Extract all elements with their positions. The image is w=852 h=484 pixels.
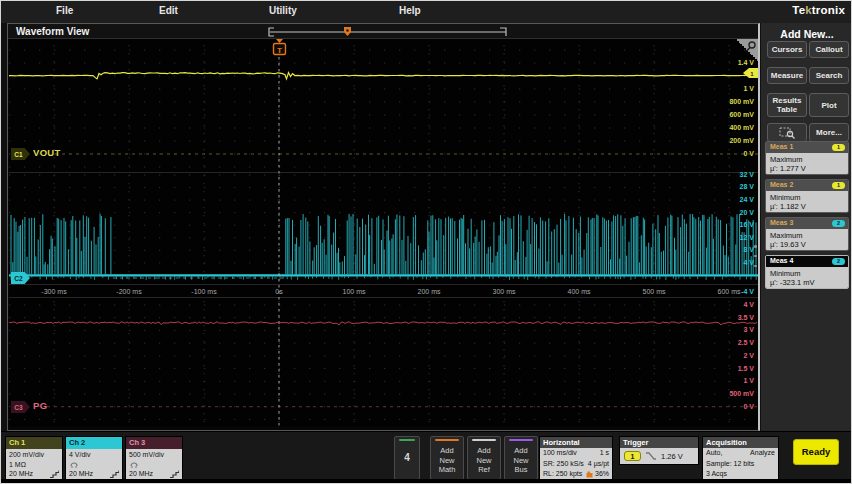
trigger-slope-falling-icon bbox=[645, 451, 657, 461]
channel-badge-row bbox=[129, 460, 180, 470]
zoom-pan-slider[interactable] bbox=[260, 26, 520, 38]
time-axis-label: 400 ms bbox=[559, 288, 599, 295]
c1-trace-handle[interactable]: 1 bbox=[743, 67, 758, 79]
trigger-title: Trigger bbox=[620, 437, 698, 448]
time-axis-label: 100 ms bbox=[334, 288, 374, 295]
meas-line2: µ': 1.182 V bbox=[770, 202, 848, 211]
more-button[interactable]: More... bbox=[809, 123, 849, 142]
time-axis-label: 0s bbox=[259, 288, 299, 295]
meas-line2: µ': 19.63 V bbox=[770, 240, 848, 249]
c3-scale-label: 3 V bbox=[743, 326, 754, 334]
c1-scale-label: 1 V bbox=[743, 85, 754, 93]
channel-badge-row bbox=[69, 460, 120, 470]
time-axis-label: -100 ms bbox=[184, 288, 224, 295]
c3-scale-label: 1 V bbox=[743, 377, 754, 385]
acquisition-panel[interactable]: Acquisition Auto, Analyze Sample: 12 bit… bbox=[702, 436, 779, 481]
menu-item-edit[interactable]: Edit bbox=[159, 5, 178, 16]
meas-source-badge: 2 bbox=[832, 220, 845, 227]
time-axis-label: 500 ms bbox=[634, 288, 674, 295]
trigger-position-marker[interactable]: T bbox=[272, 39, 287, 57]
c3-scale-label: 2 V bbox=[743, 352, 754, 360]
trigger-panel[interactable]: Trigger 1 1.26 V bbox=[619, 436, 699, 465]
c1-scale-label: 0 V bbox=[743, 150, 754, 158]
horizontal-cell: SR: 250 kS/s bbox=[543, 459, 584, 470]
add-button-label: AddNewBus bbox=[505, 446, 537, 475]
horizontal-title: Horizontal bbox=[540, 437, 612, 448]
zoom-select-button[interactable] bbox=[767, 123, 807, 142]
menu-item-file[interactable]: File bbox=[56, 5, 73, 16]
meas-card-body: Maximumµ': 1.277 V bbox=[766, 153, 848, 175]
c2-scale-label: 28 V bbox=[740, 183, 754, 191]
meas-source-badge: 1 bbox=[832, 144, 845, 151]
plot-area: 1.4 V1 V800 mV600 mV400 mV200 mV0 V32 V2… bbox=[9, 39, 758, 427]
horizontal-panel[interactable]: Horizontal 100 ms/div1 sSR: 250 kS/s4 µs… bbox=[539, 436, 613, 481]
channel-badge-row: 4 V/div bbox=[69, 450, 120, 460]
meas-source-badge: 2 bbox=[832, 258, 845, 265]
meas-card-2[interactable]: Meas 21Minimumµ': 1.182 V bbox=[765, 179, 849, 213]
channel-badge-row: 20 MHz bbox=[129, 469, 180, 479]
c2-scale-label: 32 V bbox=[740, 171, 754, 179]
compress-ratio-icon bbox=[586, 471, 593, 478]
search-button[interactable]: Search bbox=[809, 67, 849, 84]
magnifier-icon bbox=[744, 40, 757, 53]
acq-analyze: Analyze bbox=[750, 448, 775, 459]
horizontal-row: RL: 250 kpts36% bbox=[540, 469, 612, 480]
menu-item-help[interactable]: Help bbox=[399, 5, 421, 16]
time-axis-label: 200 ms bbox=[409, 288, 449, 295]
meas-source-badge: 1 bbox=[832, 182, 845, 189]
add-new-ref-button[interactable]: AddNewRef bbox=[467, 436, 501, 480]
meas-line2: µ': 1.277 V bbox=[770, 164, 848, 173]
accent-line bbox=[472, 439, 496, 441]
plot-button[interactable]: Plot bbox=[809, 93, 849, 117]
c1-scale-label: 200 mV bbox=[729, 137, 754, 145]
meas-card-1[interactable]: Meas 11Maximumµ': 1.277 V bbox=[765, 141, 849, 175]
c3-scale-label: 3.5 V bbox=[738, 314, 754, 322]
time-axis-label: 300 ms bbox=[484, 288, 524, 295]
c1-scale-label: 400 mV bbox=[729, 124, 754, 132]
c3-scale-label: 1.5 V bbox=[738, 365, 754, 373]
horizontal-row: 100 ms/div1 s bbox=[540, 448, 612, 459]
channel-badge-header: Ch 2 bbox=[66, 437, 122, 449]
c1-label: VOUT bbox=[33, 147, 61, 158]
c1-scale-label: 600 mV bbox=[729, 111, 754, 119]
meas-card-header: Meas 11 bbox=[766, 142, 848, 153]
channel-badge-ch2[interactable]: Ch 24 V/div20 MHz bbox=[65, 436, 123, 480]
meas-card-4[interactable]: Meas 42Minimumµ': -323.1 mV bbox=[765, 255, 849, 289]
channel-4-button[interactable]: 4 bbox=[394, 436, 420, 480]
waveform-view-title: Waveform View bbox=[16, 26, 89, 37]
zoom-corner-control[interactable] bbox=[736, 39, 758, 61]
horizontal-cell: RL: 250 kpts bbox=[543, 469, 582, 480]
add-new-math-button[interactable]: AddNewMath bbox=[430, 436, 464, 480]
horizontal-cell: 1 s bbox=[600, 448, 609, 459]
measure-button[interactable]: Measure bbox=[767, 67, 807, 84]
results-table-button[interactable]: Results Table bbox=[767, 93, 807, 117]
c2-noise bbox=[11, 276, 756, 280]
add-new-bus-button[interactable]: AddNewBus bbox=[504, 436, 538, 480]
channel-badge-row: 500 mV/div bbox=[129, 450, 180, 460]
channel-badge-body: 4 V/div20 MHz bbox=[66, 449, 122, 479]
horizontal-cell: 36% bbox=[586, 469, 609, 480]
c3-trace bbox=[9, 322, 757, 325]
accent-line bbox=[509, 439, 533, 441]
accent-line bbox=[435, 439, 459, 441]
sidebar: Add New... CursorsCalloutMeasureSearchRe… bbox=[761, 23, 852, 431]
cursors-button[interactable]: Cursors bbox=[767, 41, 807, 58]
channel-badge-body: 500 mV/div20 MHz bbox=[126, 449, 182, 479]
sidebar-drag-handle[interactable] bbox=[753, 245, 758, 267]
waveform-view-tabbar: Waveform View bbox=[8, 24, 758, 39]
meas-line2: µ': -323.1 mV bbox=[770, 278, 848, 287]
channel-badge-ch3[interactable]: Ch 3500 mV/div20 MHz bbox=[125, 436, 183, 480]
stairs-icon bbox=[170, 470, 179, 478]
meas-card-header: Meas 32 bbox=[766, 218, 848, 229]
menu-item-utility[interactable]: Utility bbox=[269, 5, 297, 16]
meas-line1: Minimum bbox=[770, 193, 848, 202]
channel-badge-ch1[interactable]: Ch 1200 mV/div1 MΩ20 MHz bbox=[5, 436, 63, 480]
meas-line1: Minimum bbox=[770, 269, 848, 278]
meas-card-3[interactable]: Meas 32Maximumµ': 19.63 V bbox=[765, 217, 849, 251]
meas-card-body: Minimumµ': -323.1 mV bbox=[766, 267, 848, 289]
add-button-label: AddNewRef bbox=[468, 446, 500, 475]
c3-label: PG bbox=[33, 400, 47, 411]
brand-logo: Tektronix bbox=[792, 4, 845, 16]
callout-button[interactable]: Callout bbox=[809, 41, 849, 58]
channel-badge-row: 200 mV/div bbox=[9, 450, 60, 460]
